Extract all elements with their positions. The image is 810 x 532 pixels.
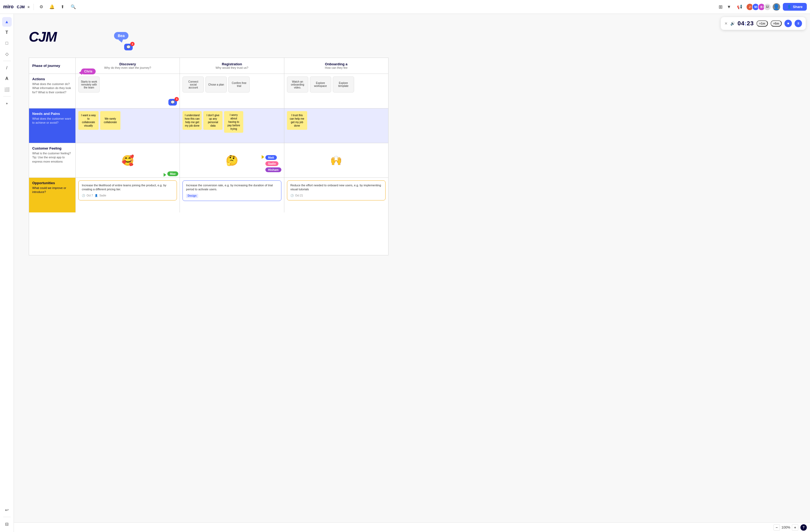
chris-cursor-arrow [79, 71, 82, 75]
actions-onboarding: Watch an onboarding video. Explore works… [284, 74, 388, 108]
opportunities-label: Opportunities What could we improve or i… [29, 178, 76, 212]
settings-icon[interactable]: ⚙ [37, 3, 46, 11]
canvas: CJM Bea 💬 2 Phase of journey Discovery W… [14, 14, 405, 266]
explore-template-card: Explore template [333, 77, 354, 93]
search-icon[interactable]: 🔍 [69, 3, 78, 11]
sticky-no-personal-data: I don't give up any personal data [203, 111, 223, 130]
opp-tag-design: Design [186, 194, 198, 198]
confirm-trial-card: Confirm free trial [228, 77, 250, 93]
actions-registration: Connect social account Chose a plan Conf… [180, 74, 284, 108]
mae-label: Mae [167, 172, 178, 176]
opp-meta-3: 🕐 Oct 21 [290, 194, 382, 197]
needs-registration: I understand how this can help me get my… [180, 109, 284, 143]
logo: miro [3, 4, 14, 10]
onboarding-header: Onboarding a How can they fee [284, 58, 388, 74]
cjm-title: CJM [29, 29, 56, 45]
mae-cursor-area: Mae [167, 172, 178, 176]
opp-clock-icon-3: 🕐 [290, 194, 294, 197]
export-icon[interactable]: ⬆ [58, 3, 67, 11]
text-tool[interactable]: T [2, 28, 12, 37]
feeling-label: Customer Feeling What is the customer fe… [29, 143, 76, 178]
explore-workspace-card: Explore workspace [310, 77, 331, 93]
sticky-rarely-collaborate: We rarely collaborate [100, 111, 120, 130]
frame-tool[interactable]: ⬜ [2, 84, 12, 94]
action-card-discovery: Starts to work remotely with the team [78, 77, 100, 93]
needs-row: Needs and Pains What does the customer w… [29, 109, 388, 143]
more-tools[interactable]: » [2, 99, 12, 108]
opp-card-2: Increase the conversion rate, e.g. by in… [182, 180, 281, 201]
sticky-collaborate-visually: I want a way to collaborate visually [78, 111, 99, 130]
chat-badge-3: 3 [175, 97, 179, 101]
feeling-onboarding: 🙌 [284, 143, 388, 178]
opp-clock-icon: 🕐 [82, 194, 85, 197]
phase-col-header: Phase of journey [29, 58, 76, 74]
chat-bubble-bottom[interactable]: 💬 3 [168, 99, 177, 106]
cursor-cluster: Matt Sadie Hisham [265, 155, 281, 172]
arrow-tool[interactable]: A [2, 74, 12, 83]
opp-card-1: Increase the likelihood of entire teams … [78, 180, 177, 200]
needs-onboarding: I trust this can help me get my job done [284, 109, 388, 143]
board-name[interactable]: CJM [17, 5, 25, 9]
opportunities-registration: Increase the conversion rate, e.g. by in… [180, 178, 284, 212]
star-icon[interactable]: ★ [27, 5, 30, 9]
chris-label: Chris [81, 68, 96, 74]
opp-user-icon: 👤 [95, 194, 98, 197]
bea-label: Bea [114, 32, 128, 39]
pen-tool[interactable]: / [2, 63, 12, 73]
yellow-cursor [262, 155, 264, 159]
left-toolbar: ▲ T □ ◇ / A ⬜ » ↩ ⊟ [0, 14, 14, 266]
sticky-trust: I trust this can help me get my job done [287, 111, 307, 130]
emoji-wave: 🙌 [330, 155, 342, 166]
topbar: miro CJM ★ ⚙ 🔔 ⬆ 🔍 ⊞ ▼ 📢 J M B 12 👤 👤 Sh… [0, 0, 405, 14]
hisham-label: Hisham [265, 167, 281, 172]
notification-icon[interactable]: 🔔 [48, 3, 56, 11]
needs-discovery: I want a way to collaborate visually We … [76, 109, 180, 143]
opp-card-3: Reduce the effort needed to onboard new … [287, 180, 386, 200]
sticky-worry-pay: I worry about having to pay before tryin… [224, 111, 243, 133]
needs-label: Needs and Pains What does the customer w… [29, 109, 76, 143]
cjm-table: Phase of journey Discovery Why do they e… [29, 58, 388, 255]
opportunities-onboarding: Reduce the effort needed to onboard new … [284, 178, 388, 212]
opp-meta-1: 🕐 Oct 7 👤 Sadie [82, 194, 174, 197]
feeling-registration: 🤔 Matt Sadie Hisham [180, 143, 284, 178]
watch-video-card: Watch an onboarding video. [287, 77, 308, 93]
shapes-tool[interactable]: ◇ [2, 49, 12, 59]
opportunities-row: Opportunities What could we improve or i… [29, 178, 388, 212]
actions-discovery: Chris Starts to work remotely with the t… [76, 74, 180, 108]
sticky-tool[interactable]: □ [2, 38, 12, 48]
mae-cursor-ptr [164, 173, 166, 177]
cursor-bea: Bea [114, 32, 128, 43]
chat-badge-2: 2 [130, 42, 134, 46]
feeling-discovery: 🥰 Mae [76, 143, 180, 178]
sadie-label: Sadie [265, 161, 278, 166]
opp-meta-2: Design [186, 194, 278, 198]
chose-plan-card: Chose a plan [206, 77, 227, 93]
opportunities-discovery: Increase the likelihood of entire teams … [76, 178, 180, 212]
cursor-chris-area: Chris [81, 68, 96, 74]
matt-label: Matt [265, 155, 277, 160]
emoji-fire-heart: 🥰 [122, 146, 134, 174]
actions-label: Actions What does the customer do? What … [29, 74, 76, 108]
feeling-row: Customer Feeling What is the customer fe… [29, 143, 388, 178]
connect-social-card: Connect social account [182, 77, 204, 93]
actions-row: Actions What does the customer do? What … [29, 74, 388, 109]
select-tool[interactable]: ▲ [2, 17, 12, 27]
emoji-confused: 🤔 [226, 155, 238, 166]
chat-bubble-top[interactable]: 💬 2 [124, 44, 133, 50]
sticky-understand: I understand how this can help me get my… [182, 111, 202, 130]
canvas-inner: CJM Bea 💬 2 Phase of journey Discovery W… [18, 18, 391, 258]
registration-header: Registration Why would they trust us? [180, 58, 284, 74]
